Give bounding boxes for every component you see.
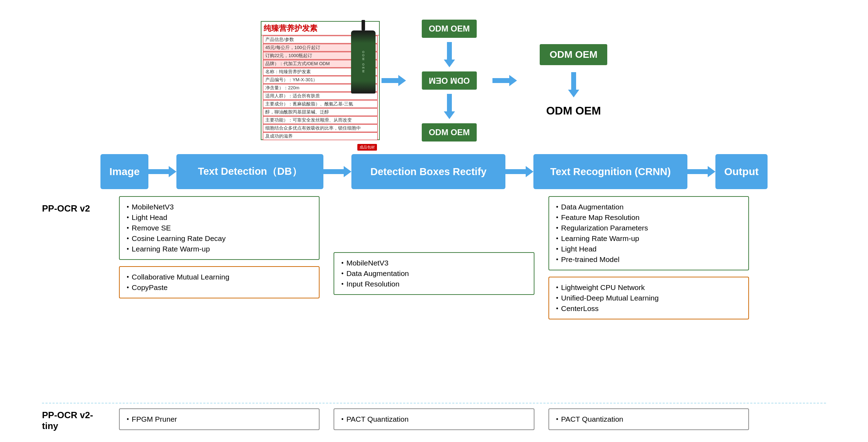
rect-tiny-1: •PACT Quantization: [341, 414, 526, 424]
det-tiny-1: •FPGM Pruner: [127, 414, 312, 424]
rectify-tiny-col: •PACT Quantization: [327, 407, 541, 430]
arrow-down-2: [444, 94, 455, 119]
bottle-illustration: ODM OEM: [351, 30, 376, 94]
rectify-features-col: •MobileNetV3 •Data Augmentation •Input R…: [327, 196, 541, 295]
odm-right-section: ODM OEM ODM OEM: [540, 44, 607, 117]
rec-green-5: •Light Head: [556, 244, 741, 254]
pipeline-image-box: Image: [100, 154, 148, 189]
rectify-green-box: •MobileNetV3 •Data Augmentation •Input R…: [334, 252, 534, 295]
pipeline-output-box: Output: [715, 154, 767, 189]
pipeline-detection-box: Text Detection（DB）: [176, 154, 323, 189]
rec-orange-1: •Lightweight CPU Network: [556, 282, 741, 293]
odm-box-flipped: ODM OEM: [422, 71, 477, 90]
ppocr-tiny-label: PP-OCR v2- tiny: [42, 410, 112, 431]
odm-middle-section: ODM OEM ODM OEM ODM OEM: [422, 20, 477, 141]
rect-green-3: •Input Resolution: [341, 279, 526, 289]
rec-tiny-1: •PACT Quantization: [556, 414, 741, 424]
text-line-13: 及成功的滋养: [263, 132, 378, 140]
top-section: 纯臻营养护发素 产品信息/参数 45元/每公斤，100公斤起订 订购22元，10…: [21, 11, 847, 151]
main-container: 纯臻营养护发素 产品信息/参数 45元/每公斤，100公斤起订 订购22元，10…: [0, 0, 868, 442]
det-green-5: •Learning Rate Warm-up: [127, 244, 312, 254]
detection-tiny-box: •FPGM Pruner: [119, 408, 320, 430]
rec-green-6: •Pre-trained Model: [556, 254, 741, 265]
pipeline-rectify-box: Detection Boxes Rectify: [351, 154, 505, 189]
rec-green-3: •Regularization Parameters: [556, 223, 741, 233]
ppocr-tiny-label-col: PP-OCR v2- tiny: [42, 407, 112, 431]
ppocr-v2-label-col: PP-OCR v2: [42, 196, 112, 214]
text-line-11: 主要功能）：可靠安全发丝顺滑、从而改变: [263, 116, 378, 124]
detection-orange-box: •Collaborative Mutual Learning •CopyPast…: [119, 266, 320, 298]
detection-green-box: •MobileNetV3 •Light Head •Remove SE •Cos…: [119, 196, 320, 260]
rec-green-4: •Learning Rate Warm-up: [556, 233, 741, 244]
det-orange-2: •CopyPaste: [127, 282, 312, 293]
section-divider: [42, 403, 826, 403]
rec-green-2: •Feature Map Resolution: [556, 212, 741, 223]
image-detection-box: 纯臻营养护发素 产品信息/参数 45元/每公斤，100公斤起订 订购22元，10…: [261, 21, 380, 140]
odm-box-normal: ODM OEM: [422, 123, 477, 141]
text-line-12: 细胞结合众多优点有效吸收的比率，锁住细胞中: [263, 124, 378, 132]
features-row: PP-OCR v2 •MobileNetV3 •Light Head •Remo…: [21, 193, 847, 399]
text-line-10: 醇，聊油酰胺丙基甜菜碱、泛醇: [263, 108, 378, 116]
tiny-row: PP-OCR v2- tiny •FPGM Pruner •PACT Quant…: [21, 407, 847, 431]
arrow-down-3: [568, 72, 579, 97]
text-line-9: 主要成分）：蓖麻硫酸脂）、酰氨乙基-三氨: [263, 100, 378, 108]
recognition-tiny-box: •PACT Quantization: [548, 408, 749, 430]
det-green-4: •Cosine Learning Rate Decay: [127, 233, 312, 244]
bottle-pump: [362, 20, 365, 30]
recognition-green-box: •Data Augmentation •Feature Map Resoluti…: [548, 196, 749, 270]
rec-orange-2: •Unified-Deep Mutual Learning: [556, 293, 741, 303]
detection-features-col: •MobileNetV3 •Light Head •Remove SE •Cos…: [112, 196, 327, 298]
det-green-3: •Remove SE: [127, 223, 312, 233]
ppocr-v2-label: PP-OCR v2: [42, 203, 112, 214]
rect-green-2: •Data Augmentation: [341, 268, 526, 279]
recognition-orange-box: •Lightweight CPU Network •Unified-Deep M…: [548, 277, 749, 319]
product-badge: 成品包材: [357, 144, 377, 151]
det-orange-1: •Collaborative Mutual Learning: [127, 272, 312, 282]
arrow-down-1: [444, 42, 455, 67]
pipeline-recognition-box: Text Recognition (CRNN): [533, 154, 687, 189]
det-green-2: •Light Head: [127, 212, 312, 223]
odm-text-plain: ODM OEM: [546, 104, 601, 117]
rectify-tiny-box: •PACT Quantization: [334, 408, 534, 430]
detection-tiny-col: •FPGM Pruner: [112, 407, 327, 430]
odm-box-large: ODM OEM: [540, 44, 607, 65]
odm-box-upright: ODM OEM: [422, 20, 477, 38]
pipeline-row: Image Text Detection（DB） Detection Boxes…: [21, 151, 847, 193]
recognition-tiny-col: •PACT Quantization: [541, 407, 756, 430]
det-green-1: •MobileNetV3: [127, 202, 312, 212]
rec-green-1: •Data Augmentation: [556, 202, 741, 212]
rec-orange-3: •CenterLoss: [556, 303, 741, 314]
recognition-features-col: •Data Augmentation •Feature Map Resoluti…: [541, 196, 756, 319]
rect-green-1: •MobileNetV3: [341, 258, 526, 268]
